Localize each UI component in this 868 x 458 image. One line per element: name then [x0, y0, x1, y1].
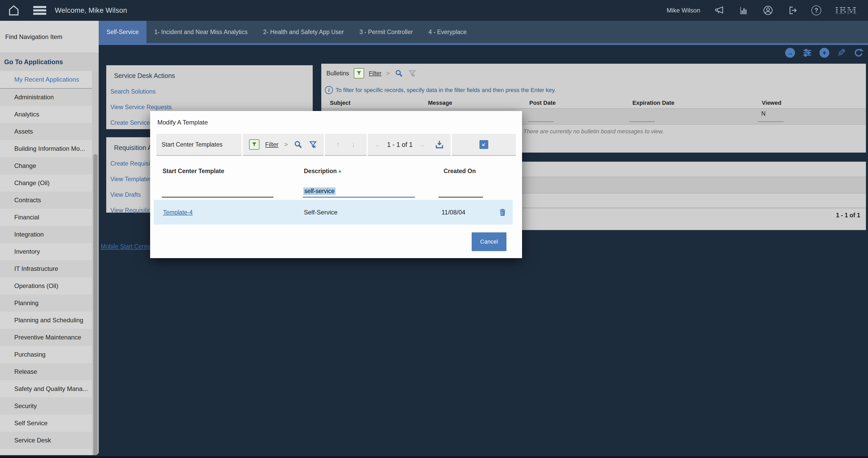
clear-filter-icon[interactable] [408, 69, 416, 78]
sidebar-item-change[interactable]: Change [0, 157, 99, 174]
portlet-title: Bulletins [327, 70, 349, 77]
sidebar-item-building-information[interactable]: Building Information Mo... [0, 140, 99, 157]
sidebar-item-planning[interactable]: Planning [0, 294, 99, 312]
go-to-applications-header[interactable]: Go To Applications [0, 53, 99, 71]
sidebar-item-service-desk[interactable]: Service Desk [0, 432, 99, 449]
tab-permit-controller[interactable]: 3 - Permit Controller [352, 21, 421, 43]
sidebar-item-inventory[interactable]: Inventory [0, 243, 99, 260]
sidebar-item-release[interactable]: Release [0, 363, 99, 380]
find-navigation-input[interactable]: Find Navigation Item [0, 21, 99, 53]
column-header-message[interactable]: Message [428, 99, 452, 106]
template-description: Self-Service [304, 209, 337, 216]
menu-icon[interactable] [33, 6, 46, 15]
sidebar-item-safety-quality[interactable]: Safety and Quality Mana... [0, 380, 99, 397]
modify-template-dialog: Modify A Template Start Center Templates… [150, 111, 522, 258]
sidebar-item-assets[interactable]: Assets [0, 123, 99, 140]
viewed-filter-input[interactable] [757, 121, 783, 122]
previous-row-icon[interactable]: ↑ [336, 140, 340, 149]
sidebar-item-my-recent-applications[interactable]: My Recent Applications [0, 71, 99, 89]
column-header-expiration-date[interactable]: Expiration Date [632, 99, 674, 106]
accent-strip [99, 43, 868, 45]
sidebar-item-administration[interactable]: Administration [0, 89, 99, 106]
column-header-start-center-template[interactable]: Start Center Template [163, 168, 224, 175]
sidebar-item-preventive-maintenance[interactable]: Preventive Maintenance [0, 329, 99, 346]
sidebar-item-operations-oil[interactable]: Operations (Oil) [0, 277, 99, 294]
search-icon[interactable] [293, 140, 303, 149]
tab-self-service[interactable]: Self-Service [99, 21, 147, 43]
delete-template-icon[interactable] [498, 208, 507, 217]
sort-ascending-icon: ▲ [338, 169, 342, 173]
dialog-title: Modify A Template [157, 119, 208, 126]
sidebar-item-purchasing[interactable]: Purchasing [0, 346, 99, 363]
sidebar-scrollbar-thumb[interactable] [93, 154, 98, 455]
dialog-table-toolbar: Start Center Templates Filter > ↑ ↓ ← 1 … [156, 134, 516, 156]
template-row[interactable]: Template-4 Self-Service 11/08/04 [154, 200, 513, 225]
sidebar-item-integration[interactable]: Integration [0, 226, 99, 243]
download-icon[interactable] [435, 140, 444, 149]
link-view-service-requests[interactable]: View Service Requests [106, 95, 313, 111]
filter-help-text: To filter for specific records, specify … [336, 87, 556, 93]
home-icon[interactable] [8, 4, 20, 17]
start-center-tabs: Self-Service 1- Incident and Near Miss A… [99, 21, 868, 43]
add-portlet-icon[interactable]: + [819, 48, 830, 58]
template-link[interactable]: Template-4 [163, 209, 193, 216]
next-row-icon[interactable]: ↓ [351, 140, 355, 149]
filter-link[interactable]: Filter [369, 70, 381, 77]
template-filter-input[interactable] [162, 197, 274, 198]
sidebar-item-change-oil[interactable]: Change (Oil) [0, 174, 99, 192]
display-settings-icon[interactable] [802, 48, 812, 58]
search-icon[interactable] [395, 69, 403, 78]
column-header-description[interactable]: Description▲ [304, 168, 342, 175]
previous-page-icon[interactable]: ← [374, 140, 382, 149]
filter-link[interactable]: Filter [265, 141, 278, 148]
clear-filter-icon[interactable] [309, 140, 317, 149]
column-header-viewed[interactable]: Viewed [762, 99, 781, 106]
start-center-actions: → + ✎ [785, 48, 864, 58]
viewed-filter-value[interactable]: N [761, 110, 766, 117]
sign-out-icon[interactable] [787, 5, 798, 16]
filter-table-icon[interactable] [354, 68, 364, 79]
profile-icon[interactable] [763, 5, 773, 16]
filter-table-icon[interactable] [249, 139, 259, 150]
tab-health-safety[interactable]: 2- Health and Safety App User [255, 21, 352, 43]
go-to-icon[interactable]: → [785, 48, 795, 58]
cancel-button[interactable]: Cancel [472, 232, 506, 251]
column-header-post-date[interactable]: Post Date [529, 99, 556, 106]
sidebar-item-contracts[interactable]: Contracts [0, 192, 99, 209]
sidebar-item-security[interactable]: Security [0, 397, 99, 414]
portlet-title: Service Desk Actions [106, 65, 313, 80]
sidebar-item-service-level[interactable]: Service Level [0, 449, 99, 455]
description-filter-input[interactable] [303, 197, 415, 198]
mobile-start-center-link[interactable]: Mobile Start Center [101, 243, 152, 250]
post-date-filter-input[interactable] [528, 121, 554, 122]
chevron-right-icon: > [386, 70, 390, 77]
chevron-right-icon: > [284, 141, 288, 148]
description-filter-value[interactable]: self-service [303, 188, 336, 195]
page-title: Welcome, Mike Wilson [55, 6, 127, 15]
sidebar-item-planning-scheduling[interactable]: Planning and Scheduling [0, 312, 99, 329]
top-bar: Welcome, Mike Wilson Mike Wilson ? IBM [0, 0, 868, 21]
edit-page-icon[interactable]: ✎ [836, 48, 847, 58]
sidebar-item-analytics[interactable]: Analytics [0, 106, 99, 123]
next-page-icon[interactable]: → [418, 140, 426, 149]
refresh-icon[interactable] [854, 48, 864, 58]
collapse-table-icon[interactable] [479, 140, 488, 149]
expiration-date-filter-input[interactable] [629, 121, 655, 122]
column-header-created-on[interactable]: Created On [444, 168, 476, 175]
column-header-subject[interactable]: Subject [330, 99, 350, 106]
reports-chart-icon[interactable] [738, 5, 749, 16]
info-icon: i [325, 86, 333, 94]
ibm-logo: IBM [835, 5, 857, 16]
sidebar-item-it-infrastructure[interactable]: IT Infrastructure [0, 260, 99, 277]
pagination-text: 1 - 1 of 1 [387, 141, 413, 148]
created-on-filter-input[interactable] [438, 197, 483, 198]
tab-incident-analytics[interactable]: 1- Incident and Near Miss Analytics [147, 21, 255, 43]
sidebar-item-financial[interactable]: Financial [0, 209, 99, 226]
record-count: 1 - 1 of 1 [836, 212, 860, 219]
tab-everyplace[interactable]: 4 - Everyplace [421, 21, 474, 43]
link-search-solutions[interactable]: Search Solutions [106, 80, 313, 95]
announcements-icon[interactable] [714, 5, 725, 16]
sidebar-item-self-service[interactable]: Self Service [0, 414, 99, 432]
sidebar-scrollbar[interactable] [92, 71, 99, 455]
help-icon[interactable]: ? [811, 5, 821, 15]
